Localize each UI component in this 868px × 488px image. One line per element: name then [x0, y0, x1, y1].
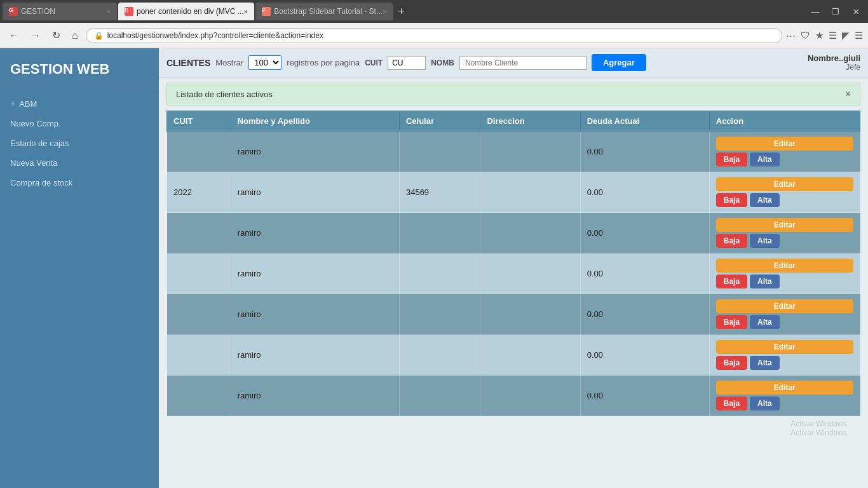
forward-button[interactable]: →	[27, 27, 44, 44]
table-cell: ramiro	[231, 172, 399, 213]
table-cell	[399, 294, 480, 335]
alert-message: Listado de clientes activos	[176, 90, 273, 99]
back-button[interactable]: ←	[5, 27, 23, 44]
tab-1[interactable]: G GESTION ×	[3, 3, 117, 20]
col-cuit: CUIT	[167, 111, 231, 132]
baja-button[interactable]: Baja	[716, 315, 747, 329]
tab-favicon-1: G	[9, 7, 18, 16]
col-nombre: Nombre y Apellido	[231, 111, 399, 132]
table-cell: ramiro	[231, 294, 399, 335]
sync-icon[interactable]: ◤	[842, 30, 850, 41]
table-row: ramiro0.00 Editar Baja Alta	[167, 376, 860, 416]
baja-button[interactable]: Baja	[716, 356, 747, 370]
alta-button[interactable]: Alta	[750, 152, 780, 166]
menu-icon[interactable]: ☰	[855, 30, 863, 41]
alta-button[interactable]: Alta	[750, 356, 780, 370]
user-name: Nombre..giuli	[808, 53, 860, 63]
baja-button[interactable]: Baja	[716, 152, 747, 166]
table-row: ramiro0.00 Editar Baja Alta	[167, 254, 860, 294]
table-cell: ramiro	[231, 213, 399, 254]
editar-button[interactable]: Editar	[716, 381, 853, 395]
sidebar-item-nuevo-comp[interactable]: Nuevo Comp.	[0, 114, 159, 133]
clients-table: CUIT Nombre y Apellido Celular Direccion…	[166, 111, 860, 416]
sidebar-item-estado-cajas-label: Estado de cajas	[10, 139, 69, 148]
action-cell: Editar Baja Alta	[709, 132, 860, 172]
table-cell	[399, 376, 480, 416]
editar-button[interactable]: Editar	[716, 137, 853, 151]
alta-button[interactable]: Alta	[750, 193, 780, 207]
editar-button[interactable]: Editar	[716, 218, 853, 232]
sidebar-item-estado-cajas[interactable]: Estado de cajas	[0, 133, 159, 153]
action-cell: Editar Baja Alta	[709, 254, 860, 294]
alta-button[interactable]: Alta	[750, 315, 780, 329]
alta-button[interactable]: Alta	[750, 274, 780, 288]
alert-close-button[interactable]: ×	[845, 88, 851, 100]
close-button[interactable]: ✕	[846, 3, 865, 20]
table-cell: 0.00	[580, 213, 709, 254]
minimize-button[interactable]: —	[806, 3, 825, 20]
table-cell	[480, 213, 580, 254]
sidebar: GESTION WEB + ABM Nuevo Comp. Estado de …	[0, 48, 159, 488]
editar-button[interactable]: Editar	[716, 299, 853, 313]
alta-button[interactable]: Alta	[750, 396, 780, 410]
bookmark-icon[interactable]: ★	[815, 30, 824, 41]
sidebar-item-abm[interactable]: + ABM	[0, 93, 159, 114]
table-cell: 0.00	[580, 335, 709, 376]
table-cell	[480, 132, 580, 172]
editar-button[interactable]: Editar	[716, 177, 853, 191]
tab-3[interactable]: F Bootstrap Sidebar Tutorial - St... ×	[255, 3, 393, 20]
table-cell	[167, 294, 231, 335]
sidebar-item-compra-stock-label: Compra de stock	[10, 178, 72, 187]
table-row: ramiro0.00 Editar Baja Alta	[167, 132, 860, 172]
show-label: Mostrar	[215, 58, 243, 67]
editar-button[interactable]: Editar	[716, 340, 853, 354]
nombre-label: NOMB	[431, 58, 454, 67]
tab-close-3[interactable]: ×	[383, 8, 386, 15]
user-info: Nombre..giuli Jefe	[808, 53, 860, 72]
sidebar-item-abm-label: ABM	[19, 99, 37, 109]
tab-2[interactable]: B poner contenido en div (MVC ... ×	[118, 3, 254, 20]
home-button[interactable]: ⌂	[68, 27, 82, 44]
plus-icon: +	[10, 98, 15, 109]
baja-button[interactable]: Baja	[716, 193, 747, 207]
library-icon[interactable]: ☰	[829, 30, 837, 41]
more-options-icon[interactable]: ⋯	[786, 30, 796, 41]
table-cell: 2022	[167, 172, 231, 213]
table-row: ramiro0.00 Editar Baja Alta	[167, 213, 860, 254]
shield-icon: 🛡	[801, 30, 810, 41]
table-cell: ramiro	[231, 335, 399, 376]
baja-button[interactable]: Baja	[716, 396, 747, 410]
baja-button[interactable]: Baja	[716, 234, 747, 248]
tab-close-2[interactable]: ×	[244, 8, 248, 15]
action-cell: Editar Baja Alta	[709, 172, 860, 213]
table-cell	[480, 254, 580, 294]
alert-box: Listado de clientes activos ×	[166, 83, 860, 105]
table-cell: 0.00	[580, 172, 709, 213]
refresh-button[interactable]: ↻	[48, 27, 64, 44]
table-header-row: CUIT Nombre y Apellido Celular Direccion…	[167, 111, 860, 132]
user-role: Jefe	[808, 63, 860, 72]
records-label: registros por pagina	[287, 58, 360, 67]
address-bar[interactable]: 🔒 localhost/gestionweb/index.php?control…	[86, 28, 782, 43]
records-per-page-select[interactable]: 10 25 50 100	[248, 55, 281, 70]
editar-button[interactable]: Editar	[716, 259, 853, 273]
alta-button[interactable]: Alta	[750, 234, 780, 248]
nombre-input[interactable]	[459, 56, 587, 70]
sidebar-item-nueva-venta[interactable]: Nueva Venta	[0, 153, 159, 173]
tab-favicon-2: B	[125, 7, 133, 16]
tab-close-1[interactable]: ×	[107, 8, 111, 15]
address-text: localhost/gestionweb/index.php?controlle…	[107, 31, 774, 40]
new-tab-button[interactable]: +	[394, 5, 409, 18]
table-row: 2022ramiro345690.00 Editar Baja Alta	[167, 172, 860, 213]
table-cell	[399, 335, 480, 376]
action-cell: Editar Baja Alta	[709, 213, 860, 254]
table-cell: 34569	[399, 172, 480, 213]
sidebar-item-compra-stock[interactable]: Compra de stock	[0, 173, 159, 193]
baja-button[interactable]: Baja	[716, 274, 747, 288]
table-row: ramiro0.00 Editar Baja Alta	[167, 294, 860, 335]
main-content: CLIENTES Mostrar 10 25 50 100 registros …	[159, 48, 868, 488]
col-direccion: Direccion	[480, 111, 580, 132]
agregar-button[interactable]: Agregar	[592, 54, 646, 71]
cuit-input[interactable]	[388, 56, 426, 70]
maximize-button[interactable]: ❐	[826, 3, 845, 20]
